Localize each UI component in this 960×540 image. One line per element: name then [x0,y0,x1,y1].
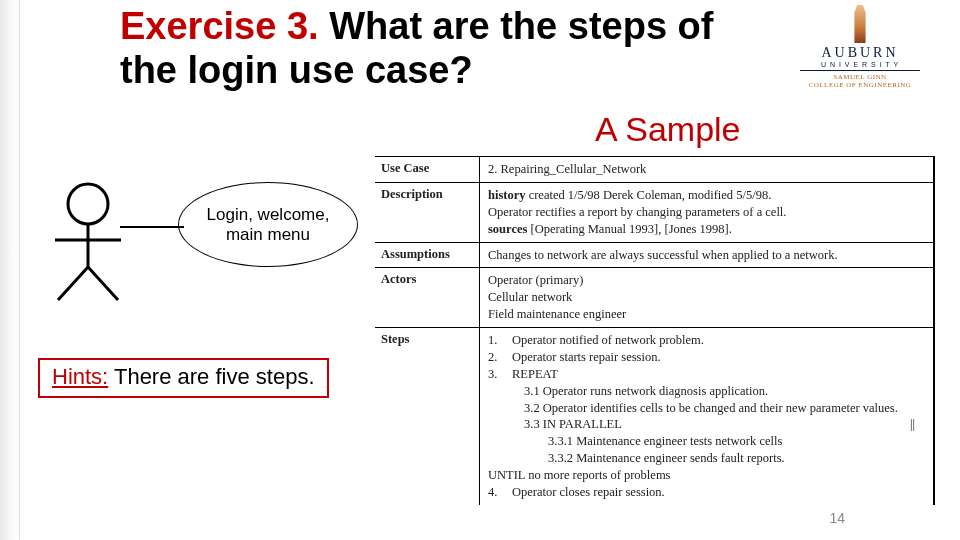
use-case-label: Use Case [375,157,480,182]
step-text: Operator closes repair session. [512,484,925,501]
logo-divider [800,70,920,71]
substep: 3.1 Operator runs network diagnosis appl… [488,383,925,400]
step-number: 3. [488,366,512,383]
bubble-text: Login, welcome, main menu [178,182,358,267]
logo-name: AUBURN [790,45,930,61]
hints-label: Hints: [52,364,108,389]
auburn-logo: AUBURN U N I V E R S I T Y SAMUEL GINN C… [790,5,930,89]
sources-label: sources [488,222,527,236]
step-text: Operator starts repair session. [512,349,925,366]
sub-substep: 3.3.2 Maintenance engineer sends fault r… [488,450,925,467]
substep: 3.2 Operator identifies cells to be chan… [488,400,925,417]
substep: 3.3 IN PARALLEL|| [488,416,925,433]
logo-college-line2: COLLEGE OF ENGINEERING [790,81,930,89]
description-value: history created 1/5/98 Derek Coleman, mo… [480,183,933,242]
step-number: 1. [488,332,512,349]
page-number: 14 [829,510,845,526]
title-accent: Exercise 3. [120,5,319,47]
history-text: created 1/5/98 Derek Coleman, modified 5… [529,188,772,202]
logo-university: U N I V E R S I T Y [790,61,930,68]
tower-icon [846,5,874,43]
substep-text: 3.3 IN PARALLEL [524,416,910,433]
table-row: Steps 1.Operator notified of network pro… [375,328,933,505]
use-case-bubble: Login, welcome, main menu [178,182,378,282]
actor-primary: Operator (primary) [488,272,925,289]
logo-college-line1: SAMUEL GINN [790,73,930,81]
use-case-value: 2. Repairing_Cellular_Network [480,157,933,182]
actors-label: Actors [375,268,480,327]
svg-line-4 [88,267,118,300]
hints-text: There are five steps. [108,364,314,389]
assumptions-label: Assumptions [375,243,480,268]
sources-text: [Operating Manual 1993], [Jones 1998]. [530,222,731,236]
actor-secondary: Cellular network [488,289,925,306]
use-case-spec-table: Use Case 2. Repairing_Cellular_Network D… [375,156,935,505]
until-clause: UNTIL no more reports of problems [488,467,925,484]
step-text: Operator notified of network problem. [512,332,925,349]
svg-line-3 [58,267,88,300]
table-row: Actors Operator (primary) Cellular netwo… [375,268,933,328]
step-number: 4. [488,484,512,501]
actors-value: Operator (primary) Cellular network Fiel… [480,268,933,327]
table-row: Description history created 1/5/98 Derek… [375,183,933,243]
parallel-close-marker: || [910,416,925,433]
steps-value: 1.Operator notified of network problem. … [480,328,933,505]
svg-point-0 [68,184,108,224]
history-label: history [488,188,526,202]
description-text: Operator rectifies a report by changing … [488,204,925,221]
slide-left-stripe [0,0,20,540]
step-number: 2. [488,349,512,366]
step-text: REPEAT [512,366,925,383]
description-label: Description [375,183,480,242]
hints-box: Hints: There are five steps. [38,358,329,398]
assumptions-value: Changes to network are always successful… [480,243,933,268]
actor-tertiary: Field maintenance engineer [488,306,925,323]
actor-stick-figure-icon [43,182,133,302]
table-row: Use Case 2. Repairing_Cellular_Network [375,157,933,183]
actor-connector-line [120,226,184,228]
slide-title: Exercise 3. What are the steps of the lo… [120,5,740,92]
table-row: Assumptions Changes to network are alway… [375,243,933,269]
sub-substep: 3.3.1 Maintenance engineer tests network… [488,433,925,450]
steps-label: Steps [375,328,480,505]
sample-label: A Sample [595,110,741,149]
